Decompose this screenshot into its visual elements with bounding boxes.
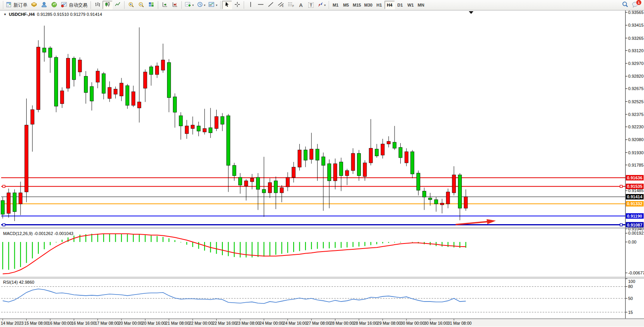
auto-trading-button[interactable]: 自动交易: [59, 1, 89, 9]
timeframe-button-W1[interactable]: W1: [405, 1, 416, 9]
time-axis-label: 15 Mar 08:00: [24, 321, 48, 325]
timeframe-button-M5[interactable]: M5: [341, 1, 351, 9]
text-button[interactable]: A: [296, 1, 306, 9]
price-tick-label: 0.91785: [628, 163, 644, 167]
candle-body: [78, 60, 82, 72]
toolbar-grip[interactable]: [3, 1, 3, 9]
notifications-button[interactable]: 1: [630, 1, 640, 9]
timeframe-button-H1[interactable]: H1: [374, 1, 384, 9]
candle-body: [203, 129, 206, 132]
search-button[interactable]: [620, 1, 630, 9]
time-axis-label: 22 Mar 16:00: [212, 321, 236, 325]
candlestick-chart-button[interactable]: [102, 1, 113, 9]
horizontal-line-button[interactable]: [256, 1, 266, 9]
svg-text:0.91535: 0.91535: [627, 184, 642, 189]
price-tick-label: 0.93565: [628, 10, 644, 15]
signal-waves-icon: [51, 2, 57, 9]
candle-body: [310, 149, 313, 160]
timeframe-button-M30[interactable]: M30: [362, 1, 374, 9]
time-axis[interactable]: 14 Mar 202315 Mar 08:0016 Mar 00:0016 Ma…: [0, 319, 644, 327]
zoom-out-button[interactable]: [136, 1, 146, 9]
candle-body: [393, 142, 396, 148]
timeframe-button-H4[interactable]: H4: [384, 1, 395, 9]
community-button[interactable]: [39, 1, 49, 9]
price-tick-label: 0.91930: [628, 150, 644, 155]
line-handle[interactable]: [3, 185, 5, 187]
candle-body: [37, 47, 40, 110]
candle-body: [399, 147, 402, 158]
candle-body: [262, 189, 266, 193]
ohlc-bars-icon: [94, 2, 101, 9]
toolbar-separator: [244, 1, 244, 9]
timeframe-button-M1[interactable]: M1: [330, 1, 341, 9]
bar-chart-button[interactable]: [92, 1, 102, 9]
new-order-button[interactable]: 新订单: [5, 1, 29, 9]
candle-body: [173, 97, 177, 112]
candle-body: [55, 57, 58, 106]
candle-body: [179, 116, 183, 126]
auto-scroll-button[interactable]: [160, 1, 170, 9]
candle-body: [351, 153, 355, 170]
candle-body: [256, 177, 260, 189]
chart-background: [0, 10, 644, 327]
time-axis-label: 23 Mar 08:00: [236, 321, 260, 325]
line-handle[interactable]: [620, 185, 622, 187]
time-axis-label: 17 Mar 08:00: [95, 321, 119, 325]
candle-body: [25, 125, 28, 192]
chart-title-bar[interactable]: ▼ USDCHF-,H4 0.91285 0.91510 0.91279 0.9…: [3, 12, 102, 17]
svg-text:E: E: [282, 5, 284, 7]
line-chart-button[interactable]: [113, 1, 123, 9]
chart-shift-button[interactable]: [170, 1, 180, 9]
cursor-button[interactable]: [222, 1, 232, 9]
candle-body: [191, 125, 195, 129]
crosshair-button[interactable]: [232, 1, 242, 9]
main-toolbar: 新订单 自动交易: [0, 0, 644, 10]
chart-dropdown-icon[interactable]: ▼: [3, 13, 7, 16]
candle-body: [328, 164, 331, 181]
candle-body: [72, 58, 76, 80]
signals-button[interactable]: [49, 1, 59, 9]
candle-body: [31, 110, 34, 124]
candle-body: [66, 58, 70, 89]
toolbar-grip[interactable]: [328, 1, 329, 9]
horizontal-line-icon: [258, 2, 264, 9]
candle-body: [375, 149, 379, 156]
candle-body: [417, 173, 420, 190]
candle-body: [292, 167, 296, 177]
templates-button[interactable]: ▾: [207, 1, 219, 9]
candle-body: [339, 162, 343, 175]
timeframe-button-D1[interactable]: D1: [395, 1, 405, 9]
history-center-button[interactable]: [29, 1, 39, 9]
trendline-button[interactable]: [266, 1, 276, 9]
candle-body: [298, 150, 301, 167]
tile-windows-icon: [148, 2, 154, 9]
text-label-icon: T: [308, 2, 314, 8]
arrows-button[interactable]: ▾: [316, 1, 327, 9]
vertical-line-button[interactable]: [246, 1, 256, 9]
timeframe-button-MN[interactable]: MN: [416, 1, 426, 9]
indicators-button[interactable]: ▾: [183, 1, 195, 9]
line-handle[interactable]: [620, 224, 622, 226]
candle-body: [411, 152, 414, 174]
rsi-axis-label: 100: [628, 279, 635, 284]
candle-body: [274, 181, 278, 193]
time-axis-label: 27 Mar 08:00: [306, 321, 330, 325]
periods-button[interactable]: ▾: [195, 1, 207, 9]
line-handle[interactable]: [3, 224, 5, 226]
candle-body: [215, 116, 218, 128]
price-tick-label: 0.92375: [628, 112, 644, 117]
zoom-in-button[interactable]: [126, 1, 136, 9]
time-axis-label: 16 Mar 00:00: [48, 321, 72, 325]
text-label-button[interactable]: T: [306, 1, 316, 9]
tile-windows-button[interactable]: [146, 1, 156, 9]
timeframe-button-M15[interactable]: M15: [351, 1, 362, 9]
fibonacci-button[interactable]: F: [286, 1, 296, 9]
crosshair-icon: [234, 2, 240, 9]
chart-canvas[interactable]: 0.935650.934150.932650.931200.929700.928…: [0, 10, 644, 327]
candle-body: [48, 48, 52, 57]
cursor-arrow-icon: [224, 2, 230, 9]
price-tick-label: 0.92820: [628, 74, 644, 78]
equidistant-channel-button[interactable]: E: [276, 1, 286, 9]
toolbar-grip[interactable]: [220, 1, 221, 9]
price-tick-label: 0.92080: [628, 137, 644, 142]
